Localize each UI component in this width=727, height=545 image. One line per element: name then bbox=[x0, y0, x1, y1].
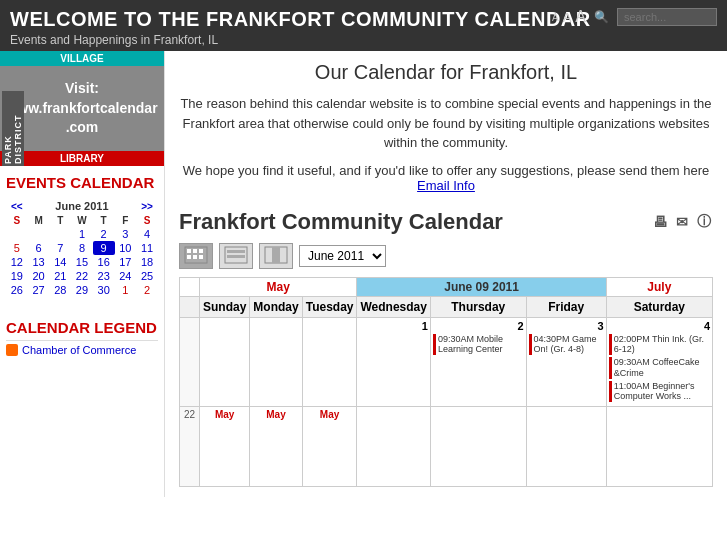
day-header-sat: S bbox=[136, 214, 158, 227]
date-2: 2 bbox=[433, 320, 524, 332]
search-input[interactable] bbox=[617, 8, 717, 26]
legend-item-chamber: Chamber of Commerce bbox=[6, 340, 158, 359]
wed-empty-cell bbox=[357, 407, 430, 487]
event-item[interactable]: 04:30PM Game On! (Gr. 4-8) bbox=[529, 334, 604, 356]
font-small[interactable]: A bbox=[552, 12, 559, 23]
tuesday-header: Tuesday bbox=[302, 296, 357, 317]
svg-rect-6 bbox=[199, 255, 203, 259]
banner-middle: PARK DISTRICT Visit: www.frankfortcalend… bbox=[0, 66, 164, 151]
sunday-header: Sunday bbox=[200, 296, 250, 317]
main-layout: VILLAGE PARK DISTRICT Visit: www.frankfo… bbox=[0, 51, 727, 497]
date-3: 3 bbox=[529, 320, 604, 332]
email-icon[interactable]: ✉ bbox=[673, 213, 691, 231]
legend-dot-chamber bbox=[6, 344, 18, 356]
welcome-section: Our Calendar for Frankfort, IL The reaso… bbox=[179, 61, 713, 193]
search-icon: 🔍 bbox=[594, 10, 609, 24]
next-month-btn[interactable]: >> bbox=[136, 198, 158, 214]
month-view-btn[interactable] bbox=[179, 243, 213, 269]
week-number-22: 22 bbox=[180, 407, 200, 487]
day-view-icon bbox=[264, 246, 288, 264]
event-item[interactable]: 11:00AM Beginner's Computer Works ... bbox=[609, 381, 710, 403]
day-header-thu: T bbox=[93, 214, 115, 227]
community-calendar-title: Frankfort Community Calendar bbox=[179, 209, 503, 235]
sidebar-banner: VILLAGE PARK DISTRICT Visit: www.frankfo… bbox=[0, 51, 164, 166]
site-header: WELCOME TO THE FRANKFORT COMMUNITY CALEN… bbox=[0, 0, 727, 51]
sidebar: VILLAGE PARK DISTRICT Visit: www.frankfo… bbox=[0, 51, 165, 497]
event-text: 09:30AM CoffeeCake &Crime bbox=[614, 357, 710, 379]
month-header-row: May June 09 2011 July bbox=[180, 277, 713, 296]
date-4: 4 bbox=[609, 320, 710, 332]
svg-rect-5 bbox=[193, 255, 197, 259]
font-medium[interactable]: A bbox=[563, 10, 572, 25]
svg-rect-8 bbox=[227, 250, 245, 253]
banner-url: Visit: www.frankfortcalendar .com bbox=[6, 79, 157, 138]
mini-cal-week5: 26 27 28 29 30 1 2 bbox=[6, 283, 158, 297]
thursday-cell: 2 09:30AM Mobile Learning Center bbox=[430, 317, 526, 407]
event-bar bbox=[529, 334, 532, 356]
font-large[interactable]: A bbox=[575, 8, 586, 26]
mini-cal-week1: 1 2 3 4 bbox=[6, 227, 158, 241]
day-header-tue: T bbox=[49, 214, 71, 227]
welcome-suggestion: We hope you find it useful, and if you'd… bbox=[179, 163, 713, 193]
mini-cal-week4: 19 20 21 22 23 24 25 bbox=[6, 269, 158, 283]
library-label: LIBRARY bbox=[0, 151, 164, 166]
svg-rect-3 bbox=[199, 249, 203, 253]
park-district-label: PARK DISTRICT bbox=[2, 91, 24, 166]
may-label-tue: May bbox=[302, 407, 357, 487]
week-view-icon bbox=[224, 246, 248, 264]
svg-rect-11 bbox=[272, 247, 280, 263]
event-bar bbox=[609, 334, 612, 356]
event-text: 04:30PM Game On! (Gr. 4-8) bbox=[534, 334, 604, 356]
tuesday-cell bbox=[302, 317, 357, 407]
svg-rect-9 bbox=[227, 255, 245, 258]
community-calendar-title-row: Frankfort Community Calendar 🖶 ✉ ⓘ bbox=[179, 209, 713, 235]
day-view-btn[interactable] bbox=[259, 243, 293, 269]
info-icon[interactable]: ⓘ bbox=[695, 213, 713, 231]
day-header-wed: W bbox=[71, 214, 93, 227]
calendar-week-row-2: 22 May May May bbox=[180, 407, 713, 487]
friday-cell: 3 04:30PM Game On! (Gr. 4-8) bbox=[526, 317, 606, 407]
wednesday-cell: 1 bbox=[357, 317, 430, 407]
event-item[interactable]: 02:00PM Thin Ink. (Gr. 6-12) bbox=[609, 334, 710, 356]
friday-header: Friday bbox=[526, 296, 606, 317]
svg-rect-4 bbox=[187, 255, 191, 259]
calendar-legend-title: CALENDAR LEGEND bbox=[6, 319, 158, 336]
saturday-header: Saturday bbox=[606, 296, 712, 317]
welcome-desc: The reason behind this calendar website … bbox=[179, 94, 713, 153]
thursday-header: Thursday bbox=[430, 296, 526, 317]
mini-calendar: << June 2011 >> S M T W T F S 1 bbox=[6, 198, 158, 297]
print-icon[interactable]: 🖶 bbox=[651, 213, 669, 231]
week-view-btn[interactable] bbox=[219, 243, 253, 269]
weekly-calendar-grid: May June 09 2011 July Sunday Monday Tues… bbox=[179, 277, 713, 488]
may-label-mon: May bbox=[250, 407, 302, 487]
date-1: 1 bbox=[359, 320, 427, 332]
events-calendar-title: EVENTS CALENDAR bbox=[6, 174, 158, 192]
prev-month-btn[interactable]: << bbox=[6, 198, 28, 214]
june-month-header: June 09 2011 bbox=[357, 277, 606, 296]
saturday-cell: 4 02:00PM Thin Ink. (Gr. 6-12) 09:30AM C… bbox=[606, 317, 712, 407]
day-header-row: Sunday Monday Tuesday Wednesday Thursday… bbox=[180, 296, 713, 317]
event-text: 09:30AM Mobile Learning Center bbox=[438, 334, 524, 356]
monday-cell bbox=[250, 317, 302, 407]
event-item[interactable]: 09:30AM Mobile Learning Center bbox=[433, 334, 524, 356]
site-title: WELCOME TO THE FRANKFORT COMMUNITY CALEN… bbox=[10, 8, 591, 31]
event-item[interactable]: 09:30AM CoffeeCake &Crime bbox=[609, 357, 710, 379]
events-calendar-section: EVENTS CALENDAR << June 2011 >> S M T W … bbox=[0, 166, 164, 305]
july-month-header: July bbox=[606, 277, 712, 296]
day-header-fri: F bbox=[115, 214, 137, 227]
event-bar bbox=[609, 381, 612, 403]
week-num-header bbox=[180, 277, 200, 296]
event-bar bbox=[433, 334, 436, 356]
event-text: 02:00PM Thin Ink. (Gr. 6-12) bbox=[614, 334, 710, 356]
event-text: 11:00AM Beginner's Computer Works ... bbox=[614, 381, 710, 403]
sunday-cell bbox=[200, 317, 250, 407]
font-size-controls: A A A bbox=[552, 8, 586, 26]
calendar-icon-group: 🖶 ✉ ⓘ bbox=[651, 213, 713, 231]
legend-label-chamber: Chamber of Commerce bbox=[22, 344, 136, 356]
month-selector[interactable]: June 2011 July 2011 May 2011 bbox=[299, 245, 386, 267]
calendar-legend-section: CALENDAR LEGEND Chamber of Commerce bbox=[0, 305, 164, 367]
monday-header: Monday bbox=[250, 296, 302, 317]
email-info-link[interactable]: Email Info bbox=[417, 178, 475, 193]
svg-rect-2 bbox=[193, 249, 197, 253]
mini-cal-week2: 5 6 7 8 9 10 11 bbox=[6, 241, 158, 255]
